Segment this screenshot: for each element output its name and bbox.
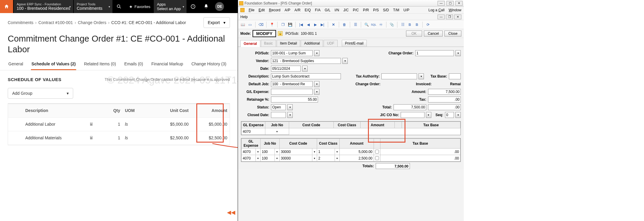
prev-icon[interactable]: ◀ [305,22,311,28]
search-button[interactable] [112,0,126,13]
total2-input[interactable] [428,104,461,110]
tab-markup[interactable]: Financial Markup [151,61,184,70]
tax-authority-input[interactable] [381,73,417,79]
grid-row[interactable]: 4070▾ 100▾ 30000▾ 1▾ 5,000.00 .00 [242,149,460,155]
notifications-button[interactable] [200,0,213,13]
dropdown-caret-icon[interactable]: ▾ [335,155,340,162]
dropdown-caret-icon[interactable]: ▾ [312,149,317,155]
favorites-button[interactable]: ★ Favorites [126,4,154,9]
book-icon[interactable]: 📖 [240,22,246,28]
grid-row[interactable]: 4070▾ 100▾ 30000▾ 2▾ 2,500.00 .00 [242,155,460,162]
tab-sov[interactable]: Schedule of Values (2) [31,61,76,70]
dropdown-caret-icon[interactable]: ▾ [342,58,348,64]
cell-class[interactable]: 2 [317,155,335,162]
change-order-input[interactable] [415,50,454,56]
dropdown-caret-icon[interactable]: ▾ [455,50,461,56]
dropdown-caret-icon[interactable]: ▾ [287,104,293,110]
checklist-icon[interactable]: ☷ [400,22,406,28]
mdi-minimize-button[interactable]: — [438,15,445,19]
ftab-general[interactable]: General [240,40,260,47]
delete-icon[interactable]: ⌫ [258,22,264,28]
attach-icon[interactable]: 📎 [389,22,395,28]
tools-dropdown[interactable]: Project Tools Commitments ▾ [74,0,112,13]
posub-input[interactable] [271,50,313,56]
dropdown-caret-icon[interactable]: ▾ [335,149,340,155]
dropdown-caret-icon[interactable]: ▾ [455,112,461,118]
dropdown-caret-icon[interactable]: ▾ [265,128,289,135]
cell-job[interactable]: 100 [261,149,275,155]
cell-amount[interactable]: 2,500.00 [340,155,374,162]
cell-code[interactable]: 30000 [280,149,312,155]
home-button[interactable] [0,0,13,13]
cell-gl[interactable]: 4070 [242,128,265,135]
crumb-link[interactable]: Contract #100-001 [38,20,73,25]
menu-item-help[interactable]: Help [240,15,248,19]
status-input[interactable] [271,104,286,110]
seq-input[interactable] [445,112,454,118]
menu-item[interactable]: U/P [403,8,409,12]
save-icon[interactable]: 💾 [287,22,293,28]
menu-item[interactable]: G/L [325,8,330,12]
total-input[interactable] [394,104,426,110]
cell-code[interactable]: 30000 [280,155,312,162]
note2-icon[interactable]: 🗎 [414,22,420,28]
dropdown-caret-icon[interactable]: ▾ [314,81,319,87]
ok-button[interactable]: OK [406,31,422,37]
tax-base-input[interactable] [449,73,461,79]
print-email-button[interactable]: Print/E-mail [342,40,367,47]
list-icon[interactable]: ☰ [352,22,358,28]
gl-expense-input[interactable] [271,89,313,95]
date-input[interactable] [271,66,301,72]
tab-related[interactable]: Related Items (0) [83,61,116,70]
vendor-input[interactable] [271,58,341,64]
cell-class[interactable]: 1 [317,149,335,155]
trash-icon[interactable]: 🗑 [341,22,347,28]
menu-item[interactable]: E/Q [305,8,311,12]
menu-item[interactable]: Edit [258,8,265,12]
dropdown-caret-icon[interactable]: ▾ [256,149,261,155]
cell-gl[interactable]: 4070 [242,149,256,155]
cancel-button[interactable]: Cancel [424,31,443,37]
refresh-icon[interactable]: ⟳ [425,22,431,28]
dropdown-caret-icon[interactable]: ▾ [275,149,280,155]
close-button[interactable]: Close [444,31,461,37]
help-button[interactable]: ? [187,0,200,13]
dropdown-caret-icon[interactable]: ▾ [287,112,293,118]
dropdown-caret-icon[interactable]: ▾ [426,112,431,118]
default-job-input[interactable] [271,81,313,87]
menu-item[interactable]: S/D [383,8,389,12]
sql-icon[interactable]: SQL [371,22,377,28]
dropdown-caret-icon[interactable]: ▾ [256,155,261,162]
search-icon[interactable]: 🔍 [363,22,369,28]
grid-row[interactable]: 4070 ▾ [242,128,460,135]
dropdown-caret-icon[interactable]: ▾ [312,155,317,162]
maximize-button[interactable]: ▢ [446,1,454,6]
menu-item[interactable]: File [249,8,254,12]
cell-taxbase[interactable]: .00 [380,149,460,155]
cell-check[interactable] [374,149,380,155]
ftab-additional[interactable]: Additional [301,40,323,47]
menu-item[interactable]: J/C [343,8,349,12]
link-chain-icon[interactable]: ♾ [378,22,384,28]
cell-check[interactable] [374,155,380,162]
menu-item[interactable]: I/N [335,8,339,12]
row-checkbox[interactable] [375,150,379,154]
close-window-button[interactable]: ✕ [455,1,463,6]
retainage-input[interactable] [271,97,318,102]
project-dropdown[interactable]: Agave ERP Sync - Foundation 100 - Brentw… [14,0,73,13]
last-icon[interactable]: ▶| [319,22,325,28]
user-avatar[interactable]: DE [215,2,224,11]
menu-item[interactable]: A/P [285,8,290,12]
menu-item[interactable]: T/M [393,8,399,12]
minimize-button[interactable]: — [438,1,445,6]
lock-icon[interactable]: 🔒 [278,31,283,36]
cell-gl[interactable]: 4070 [242,155,256,162]
pin-icon[interactable]: 📍 [269,22,275,28]
next-icon[interactable]: ▶ [312,22,318,28]
dropdown-caret-icon[interactable]: ▾ [419,73,424,79]
mdi-restore-button[interactable]: ❐ [446,15,453,19]
first-icon[interactable]: |◀ [298,22,304,28]
cancel-icon[interactable]: ✕ [330,22,336,28]
copy-icon[interactable]: ❐ [280,22,286,28]
menu-item[interactable]: P/S [373,8,379,12]
